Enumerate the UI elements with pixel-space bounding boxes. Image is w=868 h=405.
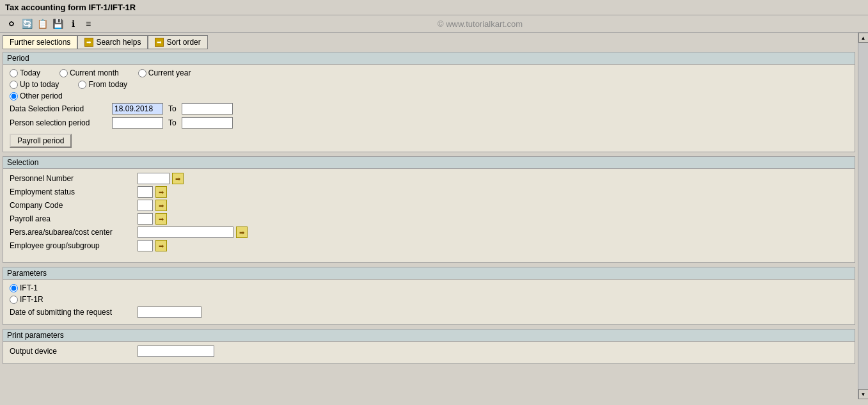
pers-area-input[interactable] — [138, 226, 233, 238]
radio-current-month[interactable]: Current month — [59, 68, 119, 77]
tab-sort-order[interactable]: ➡ Sort order — [148, 35, 207, 49]
radio-from-today-input[interactable] — [78, 81, 86, 89]
tab-search-helps-label: Search helps — [96, 38, 141, 47]
period-radio-row1: Today Current month Current year — [10, 68, 848, 77]
toolbar-icon-3[interactable]: 📋 — [36, 17, 49, 30]
employment-status-input[interactable] — [138, 186, 153, 198]
toolbar-icon-6[interactable]: ≡ — [82, 17, 95, 30]
print-parameters-body: Output device — [3, 342, 855, 363]
print-parameters-section: Print parameters Output device — [3, 329, 855, 364]
radio-ift1-input[interactable] — [10, 284, 18, 292]
content-area: Further selections ➡ Search helps ➡ Sort… — [0, 33, 858, 399]
window-title: Tax accounting form IFT-1/IFT-1R — [5, 3, 136, 12]
employee-group-label: Employee group/subgroup — [10, 241, 138, 250]
toolbar-icon-1[interactable]: ⭘ — [5, 17, 18, 30]
pers-area-label: Pers.area/subarea/cost center — [10, 228, 138, 237]
parameters-body: IFT-1 IFT-1R Date of submitting the requ… — [3, 280, 855, 324]
period-body: Today Current month Current year — [3, 65, 855, 152]
personnel-number-arrow[interactable]: ➡ — [172, 173, 184, 184]
personnel-number-row: Personnel Number ➡ — [10, 173, 848, 184]
scroll-down-button[interactable]: ▼ — [858, 389, 869, 399]
radio-from-today[interactable]: From today — [78, 80, 127, 89]
scrollbar[interactable]: ▲ ▼ — [858, 33, 868, 399]
payroll-area-input[interactable] — [138, 213, 153, 225]
radio-ift1r[interactable]: IFT-1R — [10, 295, 43, 304]
radio-other-period-label: Other period — [20, 91, 63, 100]
data-selection-label: Data Selection Period — [10, 104, 112, 113]
radio-other-period-input[interactable] — [10, 92, 18, 100]
person-selection-period-row: Person selection period To — [10, 117, 848, 129]
toolbar: ⭘ 🔄 📋 💾 ℹ ≡ © www.tutorialkart.com — [0, 15, 868, 33]
radio-ift1r-input[interactable] — [10, 296, 18, 304]
payroll-area-label: Payroll area — [10, 214, 138, 223]
person-selection-to-input[interactable] — [182, 117, 233, 129]
toolbar-icon-5[interactable]: ℹ — [67, 17, 79, 30]
tab-arrow-search: ➡ — [84, 38, 93, 47]
radio-today-input[interactable] — [10, 69, 18, 77]
radio-current-month-input[interactable] — [59, 69, 68, 77]
selection-section: Selection Personnel Number ➡ Employment … — [3, 156, 855, 263]
toolbar-icon-4[interactable]: 💾 — [51, 17, 64, 30]
company-code-input[interactable] — [138, 200, 153, 211]
output-device-input[interactable] — [138, 345, 214, 357]
company-code-arrow[interactable]: ➡ — [155, 200, 167, 211]
radio-today[interactable]: Today — [10, 68, 40, 77]
radio-ift1[interactable]: IFT-1 — [10, 283, 38, 292]
date-submit-row: Date of submitting the request — [10, 306, 848, 318]
person-selection-to-label: To — [168, 118, 177, 127]
title-bar: Tax accounting form IFT-1/IFT-1R — [0, 0, 868, 15]
employee-group-arrow[interactable]: ➡ — [155, 240, 167, 251]
tab-sort-order-label: Sort order — [166, 38, 200, 47]
watermark: © www.tutorialkart.com — [97, 19, 863, 29]
tab-further-selections[interactable]: Further selections — [3, 35, 77, 49]
pers-area-row: Pers.area/subarea/cost center ➡ — [10, 226, 848, 238]
company-code-row: Company Code ➡ — [10, 200, 848, 211]
radio-current-year-input[interactable] — [138, 69, 146, 77]
payroll-area-arrow[interactable]: ➡ — [155, 213, 167, 225]
radio-current-year[interactable]: Current year — [138, 68, 191, 77]
period-section: Period Today Current month Current year — [3, 52, 855, 152]
data-selection-from-input[interactable] — [112, 103, 163, 115]
data-selection-to-input[interactable] — [182, 103, 233, 115]
employee-group-input[interactable] — [138, 240, 153, 251]
selection-header: Selection — [3, 157, 855, 169]
tab-further-selections-label: Further selections — [10, 38, 70, 47]
personnel-number-label: Personnel Number — [10, 174, 138, 183]
scroll-track[interactable] — [858, 43, 868, 389]
date-submit-input[interactable] — [138, 306, 201, 318]
company-code-label: Company Code — [10, 201, 138, 210]
data-selection-to-label: To — [168, 104, 177, 113]
date-submit-label: Date of submitting the request — [10, 308, 138, 317]
tab-arrow-sort: ➡ — [155, 38, 164, 47]
period-header: Period — [3, 52, 855, 65]
parameters-header: Parameters — [3, 267, 855, 280]
tab-bar: Further selections ➡ Search helps ➡ Sort… — [3, 35, 855, 49]
radio-from-today-label: From today — [88, 80, 127, 89]
employee-group-row: Employee group/subgroup ➡ — [10, 240, 848, 251]
payroll-area-row: Payroll area ➡ — [10, 213, 848, 225]
radio-up-to-today[interactable]: Up to today — [10, 80, 59, 89]
parameters-section: Parameters IFT-1 IFT-1R Date of submitti… — [3, 267, 855, 325]
person-selection-from-input[interactable] — [112, 117, 163, 129]
radio-up-to-today-label: Up to today — [20, 80, 59, 89]
radio-up-to-today-input[interactable] — [10, 81, 18, 89]
employment-status-arrow[interactable]: ➡ — [155, 186, 167, 198]
radio-ift1r-label: IFT-1R — [20, 295, 43, 304]
employment-status-label: Employment status — [10, 187, 138, 196]
person-selection-label: Person selection period — [10, 118, 112, 127]
personnel-number-input[interactable] — [138, 173, 170, 184]
radio-other-period[interactable]: Other period — [10, 91, 63, 100]
output-device-row: Output device — [10, 345, 848, 357]
scroll-up-button[interactable]: ▲ — [858, 33, 869, 43]
radio-current-month-label: Current month — [70, 68, 119, 77]
tab-search-helps[interactable]: ➡ Search helps — [77, 35, 148, 49]
ift1-radio-row: IFT-1 — [10, 283, 848, 292]
period-radio-row2: Up to today From today — [10, 80, 848, 89]
toolbar-icon-2[interactable]: 🔄 — [20, 17, 33, 30]
data-selection-period-row: Data Selection Period To — [10, 103, 848, 115]
radio-ift1-label: IFT-1 — [20, 283, 38, 292]
period-radio-row3: Other period — [10, 91, 848, 100]
payroll-period-button[interactable]: Payroll period — [10, 134, 72, 148]
employment-status-row: Employment status ➡ — [10, 186, 848, 198]
pers-area-arrow[interactable]: ➡ — [236, 226, 248, 238]
